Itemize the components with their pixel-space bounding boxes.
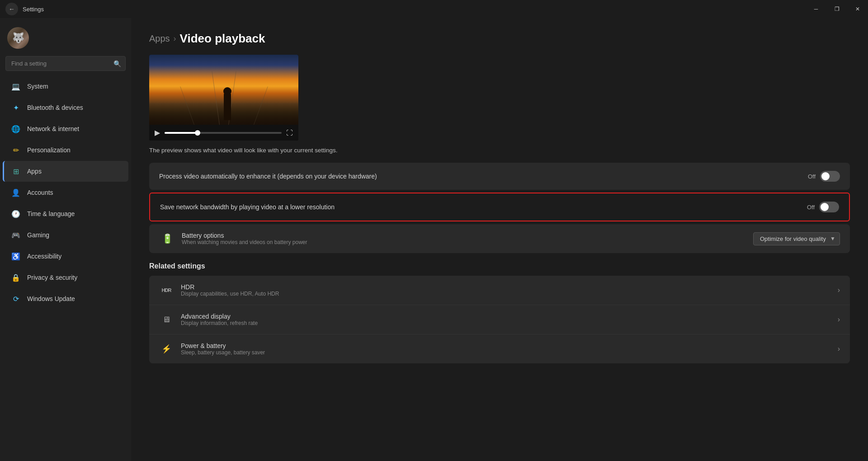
hdr-icon: HDR	[159, 283, 174, 297]
video-preview: ▶ ⛶	[149, 55, 298, 141]
sidebar-item-apps[interactable]: ⊞ Apps	[3, 161, 128, 182]
nav-label-gaming: Gaming	[27, 231, 49, 239]
sidebar-item-personalization[interactable]: ✏ Personalization	[3, 140, 128, 160]
nav-icon-network: 🌐	[11, 124, 21, 134]
nav-label-system: System	[27, 83, 48, 90]
process-video-row: Process video automatically to enhance i…	[149, 163, 850, 190]
process-video-toggle-thumb	[821, 172, 830, 180]
sidebar-item-bluetooth[interactable]: ✦ Bluetooth & devices	[3, 97, 128, 118]
breadcrumb: Apps › Video playback	[149, 32, 850, 46]
sidebar-item-accessibility[interactable]: ♿ Accessibility	[3, 246, 128, 267]
video-scene	[149, 55, 298, 125]
power-battery-icon: ⚡	[159, 342, 174, 356]
breadcrumb-apps-link[interactable]: Apps	[149, 33, 170, 44]
sidebar-item-time[interactable]: 🕐 Time & language	[3, 203, 128, 224]
sidebar-item-network[interactable]: 🌐 Network & internet	[3, 118, 128, 139]
save-bandwidth-label: Save network bandwidth by playing video …	[160, 203, 335, 211]
save-bandwidth-toggle[interactable]	[819, 202, 839, 212]
sidebar-item-privacy[interactable]: 🔒 Privacy & security	[3, 267, 128, 288]
process-video-section: Process video automatically to enhance i…	[149, 163, 850, 190]
minimize-button[interactable]: ─	[806, 0, 826, 18]
preview-caption: The preview shows what video will look l…	[149, 147, 850, 154]
nav-icon-windows_update: ⟳	[11, 294, 21, 304]
fullscreen-button[interactable]: ⛶	[286, 129, 293, 136]
nav-icon-gaming: 🎮	[11, 230, 21, 240]
sidebar-item-windows_update[interactable]: ⟳ Windows Update	[3, 288, 128, 309]
process-video-toggle-group: Off	[808, 171, 840, 182]
save-bandwidth-row: Save network bandwidth by playing video …	[150, 193, 849, 221]
back-button[interactable]: ←	[5, 3, 18, 15]
titlebar: ← Settings ─ ❐ ✕	[0, 0, 868, 18]
nav-label-privacy: Privacy & security	[27, 274, 77, 281]
save-bandwidth-section: Save network bandwidth by playing video …	[149, 193, 850, 221]
nav-label-accounts: Accounts	[27, 189, 53, 196]
save-bandwidth-toggle-state: Off	[807, 204, 815, 211]
nav-icon-system: 💻	[11, 81, 21, 91]
nav-icon-accessibility: ♿	[11, 251, 21, 261]
sidebar-item-accounts[interactable]: 👤 Accounts	[3, 182, 128, 203]
nav-label-personalization: Personalization	[27, 146, 71, 154]
process-video-toggle-state: Off	[808, 173, 816, 180]
related-power-battery-row[interactable]: ⚡ Power & battery Sleep, battery usage, …	[149, 334, 850, 363]
nav-icon-bluetooth: ✦	[11, 103, 21, 113]
figure-silhouette	[218, 84, 236, 120]
battery-dropdown[interactable]: Optimize for video quality Optimize for …	[753, 232, 840, 245]
nav-icon-time: 🕐	[11, 209, 21, 219]
power-battery-chevron-icon: ›	[838, 345, 840, 353]
titlebar-left: ← Settings	[5, 3, 44, 15]
titlebar-controls: ─ ❐ ✕	[806, 0, 868, 18]
related-settings-section: HDR HDR Display capabilities, use HDR, A…	[149, 276, 850, 363]
main-layout: 🐺 🔍 💻 System ✦ Bluetooth & devices 🌐 Net…	[0, 18, 868, 461]
related-hdr-row[interactable]: HDR HDR Display capabilities, use HDR, A…	[149, 276, 850, 305]
save-bandwidth-toggle-thumb	[821, 203, 829, 211]
related-settings-heading: Related settings	[149, 262, 850, 270]
advanced-display-icon: 🖥	[159, 312, 174, 327]
sidebar-item-system[interactable]: 💻 System	[3, 76, 128, 97]
content-area: Apps › Video playback ▶	[131, 18, 868, 461]
progress-bar[interactable]	[165, 132, 282, 134]
process-video-toggle[interactable]	[820, 171, 840, 182]
hdr-text: HDR Display capabilities, use HDR, Auto …	[181, 283, 830, 297]
video-controls: ▶ ⛶	[149, 125, 298, 141]
battery-title: Battery options	[182, 232, 747, 239]
nav-icon-privacy: 🔒	[11, 273, 21, 282]
close-button[interactable]: ✕	[847, 0, 868, 18]
nav-label-network: Network & internet	[27, 125, 79, 132]
nav-icon-apps: ⊞	[11, 166, 21, 176]
process-video-label: Process video automatically to enhance i…	[159, 173, 377, 180]
progress-fill	[165, 132, 198, 134]
power-battery-title: Power & battery	[181, 342, 830, 349]
nav-icon-personalization: ✏	[11, 145, 21, 155]
hdr-title: HDR	[181, 283, 830, 291]
related-advanced-display-row[interactable]: 🖥 Advanced display Display information, …	[149, 305, 850, 334]
nav-label-accessibility: Accessibility	[27, 253, 61, 260]
breadcrumb-separator: ›	[174, 34, 176, 43]
search-icon: 🔍	[113, 60, 121, 67]
sidebar-avatar: 🐺	[0, 23, 131, 56]
nav-icon-accounts: 👤	[11, 188, 21, 198]
nav-label-time: Time & language	[27, 210, 75, 217]
avatar-image: 🐺	[7, 27, 29, 49]
hdr-chevron-icon: ›	[838, 286, 840, 294]
battery-options-row: 🔋 Battery options When watching movies a…	[149, 224, 850, 253]
nav-list: 💻 System ✦ Bluetooth & devices 🌐 Network…	[0, 75, 131, 310]
page-title: Video playback	[180, 32, 265, 46]
power-battery-subtitle: Sleep, battery usage, battery saver	[181, 349, 830, 356]
advanced-display-subtitle: Display information, refresh rate	[181, 320, 830, 326]
advanced-display-title: Advanced display	[181, 313, 830, 320]
save-bandwidth-toggle-group: Off	[807, 202, 839, 212]
advanced-display-chevron-icon: ›	[838, 315, 840, 324]
play-button[interactable]: ▶	[155, 128, 160, 137]
battery-subtitle: When watching movies and videos on batte…	[182, 239, 747, 245]
battery-text: Battery options When watching movies and…	[182, 232, 747, 245]
nav-label-bluetooth: Bluetooth & devices	[27, 104, 83, 111]
sidebar-item-gaming[interactable]: 🎮 Gaming	[3, 225, 128, 245]
search-input[interactable]	[5, 56, 126, 71]
progress-thumb	[195, 130, 200, 136]
battery-icon: 🔋	[159, 230, 175, 247]
restore-button[interactable]: ❐	[826, 0, 847, 18]
power-battery-text: Power & battery Sleep, battery usage, ba…	[181, 342, 830, 356]
avatar: 🐺	[7, 27, 29, 49]
battery-dropdown-wrapper: Optimize for video quality Optimize for …	[753, 232, 840, 245]
search-box: 🔍	[5, 56, 126, 71]
